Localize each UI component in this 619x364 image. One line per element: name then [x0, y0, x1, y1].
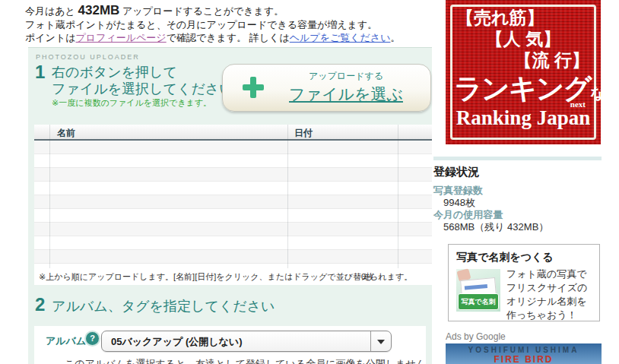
ad-tag-3: 【流 行】: [515, 49, 589, 72]
promo-text: フォト蔵の写真でフリスクサイズの: [506, 268, 587, 293]
table-footer-note: ※上から順にアップロードします。[名前][日付]をクリック、またはドラッグで並び…: [34, 268, 432, 285]
promo-body: 写真で名刺 フォト蔵の写真でフリスクサイズのオリジナル名刺を作っちゃおう！: [456, 267, 592, 321]
step1-note: ※一度に複数のファイルを選択できます。: [52, 97, 211, 109]
promo-heading: 写真で名刺をつくる: [456, 251, 592, 264]
table-row: [34, 182, 432, 195]
table-row: [34, 236, 432, 250]
file-table-body: [34, 141, 432, 264]
business-card-thumbnail[interactable]: 写真で名刺: [456, 269, 500, 312]
step1-number: 1: [35, 62, 45, 83]
card-logo-graphic: [465, 284, 487, 290]
help-link[interactable]: ヘルプをご覧ください: [290, 32, 391, 43]
table-row: [34, 195, 432, 209]
album-description: このアルバムを選択すると、友達として登録している全員に画像を公開しません: [65, 357, 426, 364]
album-select-value: 05バックアップ (公開しない): [111, 335, 242, 349]
ads-by-google-label: Ads by Google: [446, 331, 506, 342]
step2-title: アルバム、タグを指定してください: [52, 297, 275, 315]
album-label: アルバム: [46, 334, 86, 348]
quota-line: 今月はあと 432MB アップロードすることができます。: [25, 4, 400, 18]
quota-remaining-value: 432MB: [78, 3, 120, 17]
column-header-name[interactable]: 名前: [57, 127, 75, 140]
choose-files-button[interactable]: アップロードする ファイルを選ぶ: [222, 64, 431, 112]
uploader-panel: PHOTOZOU UPLOADER 1 右のボタンを押して ファイルを選択してく…: [28, 47, 432, 364]
promo-link[interactable]: オリジナル名刺を作っちゃおう！: [506, 296, 587, 321]
google-ad-line2: FIRE BIRD: [446, 354, 602, 364]
table-divider: [398, 125, 398, 268]
table-row: [34, 168, 432, 182]
business-card-promo-box: 写真で名刺をつくる 写真で名刺 フォト蔵の写真でフリスクサイズのオリジナル名刺を…: [448, 244, 600, 321]
sidebar-divider: [433, 157, 602, 160]
step1-title: 右のボタンを押して ファイルを選択してください: [52, 64, 233, 97]
table-row: [34, 209, 432, 223]
ranking-japan-ad[interactable]: 【売れ筋】 【人 気】 【流 行】 ランキングなら next Ranking J…: [446, 0, 601, 144]
file-count: 0枚: [361, 268, 374, 285]
google-ad-banner[interactable]: YOSHIFUMI USHIMA FIRE BIRD: [446, 343, 602, 364]
status-heading: 登録状況: [433, 165, 479, 179]
column-header-date[interactable]: 日付: [294, 127, 313, 140]
album-section: アルバム ? 05バックアップ (公開しない) このアルバムを選択すると、友達と…: [34, 326, 426, 364]
ad-tag-2: 【人 気】: [446, 27, 601, 51]
google-ad-line1: YOSHIFUMI USHIMA: [446, 346, 602, 354]
choose-files-button-labels: アップロードする ファイルを選ぶ: [278, 70, 414, 105]
step2-number: 2: [35, 294, 45, 315]
help-icon[interactable]: ?: [86, 332, 99, 345]
ad-brand-text: Ranking Japan: [446, 106, 601, 130]
table-row: [34, 141, 432, 154]
thumbnail-badge: 写真で名刺: [458, 293, 499, 310]
file-table-header: 名前 日付: [34, 125, 432, 141]
ad-tag-1: 【売れ筋】: [456, 6, 544, 30]
plus-icon: [243, 77, 264, 98]
table-divider: [49, 125, 50, 268]
usage-value: 568MB（残り 432MB）: [443, 220, 548, 234]
links-line: ポイントはプロフィールページで確認できます。 詳しくはヘルプをご覧ください。: [25, 31, 400, 45]
uploader-brand: PHOTOZOU UPLOADER: [36, 53, 140, 61]
table-divider: [287, 125, 288, 268]
profile-page-link[interactable]: プロフィールページ: [76, 32, 167, 43]
table-row: [34, 223, 432, 236]
points-info-line: フォト蔵ポイントがたまると、その月にアップロードできる容量が増えます。: [25, 18, 400, 32]
file-queue-table: 名前 日付: [34, 125, 432, 268]
table-row: [34, 250, 432, 264]
album-select[interactable]: 05バックアップ (公開しない): [101, 331, 392, 352]
table-row: [34, 154, 432, 168]
chevron-down-icon: [370, 331, 391, 351]
upload-quota-notice: 今月はあと 432MB アップロードすることができます。 フォト蔵ポイントがたま…: [25, 4, 400, 45]
